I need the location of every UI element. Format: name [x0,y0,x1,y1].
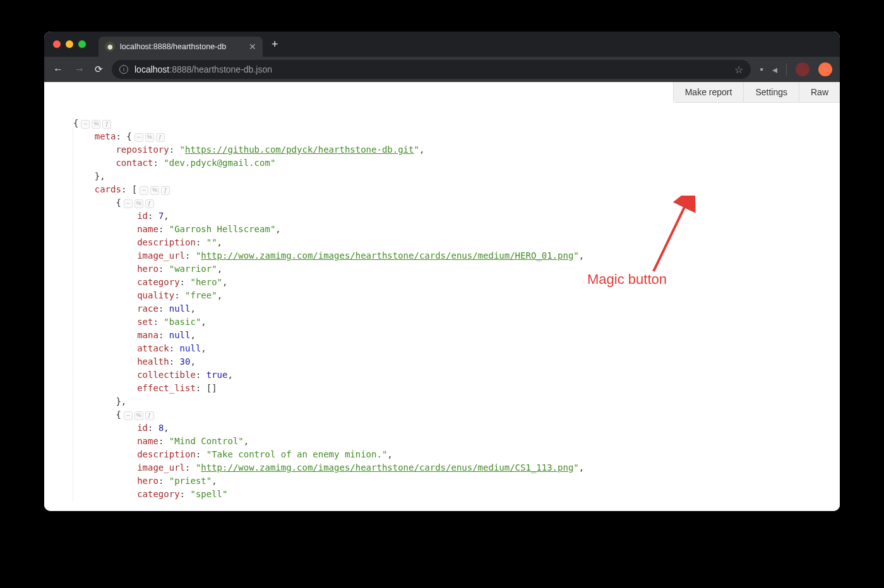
percent-button[interactable]: % [145,133,154,142]
update-button[interactable]: ↑ [818,62,832,76]
percent-button[interactable]: % [150,186,159,195]
toolbar-right: ▪ ◂ ↑ [760,62,832,76]
favicon-icon: ⬢ [105,42,115,52]
fn-button[interactable]: ƒ [102,120,111,129]
json-link[interactable]: http://wow.zamimg.com/images/hearthstone… [201,462,573,473]
collapse-button[interactable]: – [124,411,133,420]
settings-button[interactable]: Settings [744,82,799,102]
url-input[interactable]: i localhost:8888/hearthstone-db.json ☆ [112,60,751,79]
percent-button[interactable]: % [92,120,100,129]
tab-bar: ⬢ localhost:8888/hearthstone-db ✕ + [44,32,840,57]
extension-icon-1[interactable]: ▪ [760,64,763,75]
address-bar: ← → ⟳ i localhost:8888/hearthstone-db.js… [44,57,840,82]
new-tab-button[interactable]: + [272,38,278,51]
browser-window: ⬢ localhost:8888/hearthstone-db ✕ + ← → … [44,32,840,511]
window-controls [53,40,86,48]
fn-button[interactable]: ƒ [145,199,154,208]
site-info-icon[interactable]: i [119,65,128,74]
reload-button[interactable]: ⟳ [95,64,103,75]
page-content: Make report Settings Raw {–%ƒ meta: {–%ƒ… [44,82,840,511]
forward-button[interactable]: → [73,64,86,75]
close-tab-button[interactable]: ✕ [249,42,256,52]
fn-button[interactable]: ƒ [145,411,154,420]
collapse-button[interactable]: – [124,199,133,208]
make-report-button[interactable]: Make report [674,82,744,102]
collapse-button[interactable]: – [81,120,90,129]
json-link[interactable]: https://github.com/pdyck/hearthstone-db.… [185,144,414,155]
raw-button[interactable]: Raw [799,82,840,102]
annotation-label: Magic button [587,271,667,288]
json-link[interactable]: http://wow.zamimg.com/images/hearthstone… [201,250,573,261]
maximize-window-button[interactable] [78,40,86,48]
json-viewer: {–%ƒ meta: {–%ƒ repository: "https://git… [73,117,821,501]
bookmark-star-icon[interactable]: ☆ [734,64,743,76]
divider [786,63,787,76]
percent-button[interactable]: % [134,199,143,208]
close-window-button[interactable] [53,40,61,48]
json-viewer-toolbar: Make report Settings Raw [673,82,840,103]
back-button[interactable]: ← [52,64,64,75]
fn-button[interactable]: ƒ [156,133,165,142]
percent-button[interactable]: % [134,411,143,420]
fn-button[interactable]: ƒ [161,186,170,195]
collapse-button[interactable]: – [140,186,148,195]
profile-avatar[interactable] [796,62,809,76]
collapse-button[interactable]: – [134,133,143,142]
browser-tab[interactable]: ⬢ localhost:8888/hearthstone-db ✕ [99,37,263,57]
extension-icon-2[interactable]: ◂ [772,64,777,76]
url-text: localhost:8888/hearthstone-db.json [134,64,272,74]
tab-title: localhost:8888/hearthstone-db [120,42,226,51]
minimize-window-button[interactable] [66,40,73,48]
